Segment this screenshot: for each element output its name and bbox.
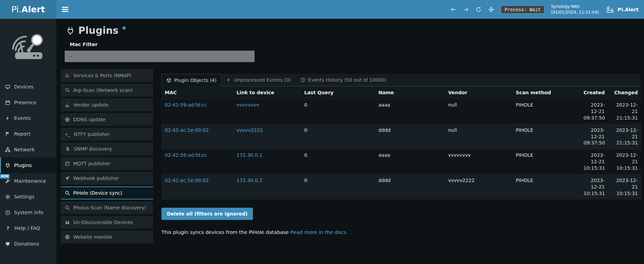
mqtt-icon bbox=[65, 161, 70, 166]
refresh-button[interactable] bbox=[475, 6, 482, 13]
device-link[interactable]: 172.30.0.2 bbox=[237, 178, 263, 183]
sidebar: Devices Presence Events Report Network P… bbox=[0, 19, 56, 264]
sidebar-item-system-info[interactable]: System info bbox=[0, 205, 56, 220]
sidebar-item-help-faq[interactable]: ? Help / FAQ bbox=[0, 220, 56, 236]
title-info-badge[interactable] bbox=[122, 26, 126, 30]
host-timestamp: (01/01/2024, 11:31:04) bbox=[551, 10, 599, 15]
created-cell: 2023-12-21 10:15:31 bbox=[580, 175, 608, 199]
sidebar-nav: Devices Presence Events Report Network P… bbox=[0, 79, 56, 252]
col-name: Name bbox=[375, 86, 445, 99]
name-cell: dddd bbox=[375, 175, 445, 199]
delete-all-button[interactable]: Delete all (filters are ignored) bbox=[161, 208, 253, 220]
plugin-description: This plugin syncs devices from the PiHol… bbox=[161, 230, 641, 235]
table-row: 02:42:59:ad:fd:cc 172.30.0.1 0 aaaa vvvv… bbox=[161, 149, 641, 175]
scan-method-cell: PIHOLE bbox=[512, 149, 580, 175]
plugin-item-pholus-scan[interactable]: Pholus-Scan (Name discovery) bbox=[61, 201, 153, 214]
sidebar-item-network[interactable]: Network bbox=[0, 142, 56, 157]
plugin-item-mqtt-publisher[interactable]: MQTT publisher bbox=[61, 157, 153, 170]
back-arrow-icon bbox=[450, 6, 456, 13]
plugin-menu: Services & Ports (NMAP) Arp-Scan (Networ… bbox=[61, 69, 153, 244]
plugin-item-services-ports-nmap[interactable]: Services & Ports (NMAP) bbox=[61, 69, 153, 82]
sidebar-item-plugins[interactable]: Plugins bbox=[0, 157, 56, 173]
sidebar-item-maintenance[interactable]: NEW Maintenance bbox=[0, 173, 56, 189]
sidebar-toggle-button[interactable] bbox=[62, 4, 69, 15]
snmp-icon: S bbox=[65, 146, 70, 152]
sidebar-item-devices[interactable]: Devices bbox=[0, 79, 56, 95]
mac-filter-label: Mac Filter bbox=[70, 42, 641, 47]
mac-filter-input[interactable] bbox=[65, 51, 255, 62]
page-title: Plugins bbox=[78, 25, 119, 36]
binoculars-icon bbox=[65, 220, 70, 225]
col-link-to-device: Link to device bbox=[233, 86, 301, 99]
nav-forward-button[interactable] bbox=[463, 6, 469, 13]
sidebar-item-presence[interactable]: Presence bbox=[0, 95, 56, 110]
sitemap-icon bbox=[5, 147, 10, 152]
sidebar-item-settings[interactable]: Settings bbox=[0, 189, 56, 205]
table-row: 02:42:59:ad:fd:cc vvvvvvvv 0 aaaa null P… bbox=[161, 99, 641, 124]
mac-link[interactable]: 02:42:59:ad:fd:cc bbox=[165, 102, 207, 108]
tab-plugin-objects[interactable]: Plugin Objects (4) bbox=[161, 74, 222, 86]
device-link[interactable]: vvvvvvvv bbox=[237, 102, 259, 108]
header-bar: Process: Wait Synology-NAS (01/01/2024, … bbox=[56, 0, 644, 19]
last-query-cell: 0 bbox=[301, 124, 375, 149]
plug-icon bbox=[5, 163, 10, 168]
heart-icon bbox=[5, 241, 10, 247]
plugin-item-snmp-discovery[interactable]: S SNMP discovery bbox=[61, 142, 153, 155]
plugin-item-webhook-publisher[interactable]: Webhook publisher bbox=[61, 172, 153, 185]
main-content: Plugins Mac Filter Services & Ports (NMA… bbox=[56, 19, 644, 264]
plugin-item-ddns-update[interactable]: DDNS update bbox=[61, 113, 153, 126]
monitor-icon bbox=[5, 84, 10, 89]
vendor-cell: vvvvv2222 bbox=[445, 175, 512, 199]
globe-icon bbox=[65, 235, 70, 239]
host-name: Synology-NAS bbox=[551, 4, 599, 10]
name-cell: dddd bbox=[375, 124, 445, 149]
mac-link[interactable]: 02:42:59:ad:fd:cc bbox=[165, 152, 207, 158]
device-link[interactable]: vvvvv2222 bbox=[237, 127, 263, 133]
col-last-query: Last Query bbox=[301, 86, 375, 99]
vendor-cell: null bbox=[445, 99, 512, 124]
disc-icon bbox=[5, 210, 10, 215]
pialert-logo bbox=[0, 19, 56, 73]
page-title-row: Plugins bbox=[66, 25, 641, 36]
gear-icon bbox=[5, 194, 10, 199]
plugin-item-undiscoverable-devices[interactable]: Un-Discoverable Devices bbox=[61, 216, 153, 229]
changed-cell: 2023-12-21 10:15:31 bbox=[608, 175, 641, 199]
bolt-icon bbox=[226, 78, 231, 82]
mac-link[interactable]: 02:42:ac:1e:00:02 bbox=[165, 178, 209, 183]
arrows-move-icon bbox=[488, 6, 494, 13]
account-menu[interactable]: Pi.Alert bbox=[605, 6, 639, 13]
col-vendor: Vendor bbox=[445, 86, 512, 99]
plugin-item-arp-scan[interactable]: Arp-Scan (Network scan) bbox=[61, 84, 153, 97]
plugin-panel: Plugin Objects (4) Unprocessed Events (0… bbox=[161, 74, 641, 235]
sidebar-item-report[interactable]: Report bbox=[0, 126, 56, 142]
sidebar-item-events[interactable]: Events bbox=[0, 110, 56, 126]
plug-icon bbox=[66, 27, 75, 35]
plugin-description-text: This plugin syncs devices from the PiHol… bbox=[161, 230, 289, 235]
signal-icon bbox=[65, 73, 70, 78]
plugin-item-vendor-update[interactable]: Vendor update bbox=[61, 98, 153, 111]
device-link[interactable]: 172.30.0.1 bbox=[237, 152, 263, 158]
tab-unprocessed-events[interactable]: Unprocessed Events (0) bbox=[222, 74, 296, 86]
search-icon bbox=[65, 191, 70, 195]
brand-suffix: Alert bbox=[22, 4, 45, 14]
maximize-button[interactable] bbox=[488, 6, 494, 13]
table-row: 02:42:ac:1e:00:02 vvvvv2222 0 dddd null … bbox=[161, 124, 641, 149]
plugin-item-ntfy-publisher[interactable]: >_ NTFY publisher bbox=[61, 128, 153, 141]
nav-back-button[interactable] bbox=[450, 6, 456, 13]
sidebar-item-donations[interactable]: Donations bbox=[0, 236, 56, 252]
name-cell: aaaa bbox=[375, 99, 445, 124]
brand-prefix: Pi. bbox=[11, 4, 21, 14]
mac-link[interactable]: 02:42:ac:1e:00:02 bbox=[165, 127, 209, 133]
docs-link[interactable]: Read more in the docs. bbox=[290, 230, 348, 235]
clock-icon bbox=[300, 78, 305, 82]
created-cell: 2023-12-21 10:15:31 bbox=[580, 149, 608, 175]
flag-icon bbox=[5, 131, 10, 137]
brand-logo[interactable]: Pi.Alert bbox=[0, 0, 56, 19]
plugin-item-pihole-device-sync[interactable]: PiHole (Device sync) bbox=[61, 186, 153, 199]
last-query-cell: 0 bbox=[301, 149, 375, 175]
name-cell: aaaa bbox=[375, 149, 445, 175]
tab-events-history[interactable]: Events History (50 out of 10000) bbox=[296, 74, 391, 86]
plugin-item-website-monitor[interactable]: Website monitor bbox=[61, 231, 153, 244]
col-scan-method: Scan method bbox=[512, 86, 580, 99]
host-info: Synology-NAS (01/01/2024, 11:31:04) bbox=[551, 4, 599, 15]
